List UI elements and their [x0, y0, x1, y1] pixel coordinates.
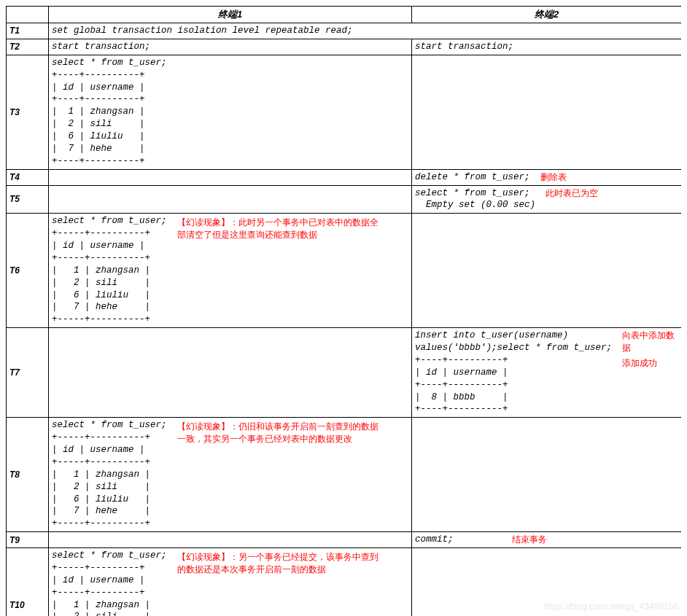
cell-t7-term1: [49, 328, 412, 418]
cell-t5-term2: select * from t_user; Empty set (0.00 se…: [412, 185, 682, 214]
cell-t4-term2: delete * from t_user; 删除表: [412, 169, 682, 185]
annotation: 【幻读现象】：另一个事务已经提交，该事务中查到的数据还是本次事务开启前一刻的数据: [177, 551, 381, 576]
annotation: 【幻读现象】：此时另一个事务中已对表中的数据全部清空了但是这里查询还能查到数据: [177, 217, 381, 241]
step-label: T10: [7, 548, 49, 617]
step-label: T8: [7, 418, 49, 532]
corner-cell: [7, 7, 49, 23]
cell-t2-term2: start transaction;: [412, 39, 682, 55]
step-label: T1: [7, 23, 49, 39]
sql-output: select * from t_user; +-----+----------+…: [52, 215, 167, 326]
cell-t9-term2: commit; 结束事务: [412, 532, 682, 548]
table-row: T2 start transaction; start transaction;: [7, 39, 682, 55]
table-row: T1 set global transaction isolation leve…: [7, 23, 682, 39]
cell-t10-term2: [412, 548, 682, 617]
annotation: 删除表: [540, 171, 678, 184]
table-row: T7 insert into t_user(username) values('…: [7, 328, 682, 418]
cell-t3-term1: select * from t_user; +----+----------+ …: [49, 55, 412, 169]
step-label: T9: [7, 532, 49, 548]
sql-output: select * from t_user; +-----+---------+ …: [52, 550, 167, 616]
cell-t6-term2: [412, 214, 682, 328]
cell-t3-term2: [412, 55, 682, 169]
sql-output: insert into t_user(username) values('bbb…: [415, 330, 612, 416]
cell-t8-term2: [412, 418, 682, 532]
sql-code: set global transaction isolation level r…: [52, 26, 353, 36]
header-term1: 终端1: [49, 7, 412, 23]
cell-t9-term1: [49, 532, 412, 548]
sql-output: select * from t_user; +----+----------+ …: [52, 57, 408, 168]
step-label: T3: [7, 55, 49, 169]
table-row: T6 select * from t_user; +-----+--------…: [7, 214, 682, 328]
annotation: 向表中添加数据: [622, 330, 678, 354]
table-row: T9 commit; 结束事务: [7, 532, 682, 548]
table-row: T8 select * from t_user; +-----+--------…: [7, 418, 682, 532]
annotation: 添加成功: [622, 357, 678, 370]
cell-t7-term2: insert into t_user(username) values('bbb…: [412, 328, 682, 418]
header-row: 终端1 终端2: [7, 7, 682, 23]
transaction-timeline-table: 终端1 终端2 T1 set global transaction isolat…: [6, 6, 681, 616]
sql-output: select * from t_user; +-----+----------+…: [52, 419, 167, 530]
cell-t2-term1: start transaction;: [49, 39, 412, 55]
sql-code: start transaction;: [415, 42, 513, 52]
cell-t4-term1: [49, 169, 412, 185]
table-row: T3 select * from t_user; +----+---------…: [7, 55, 682, 169]
sql-code: commit;: [415, 534, 454, 546]
cell-t5-term1: [49, 185, 412, 214]
annotation: 此时表已为空: [546, 187, 678, 200]
cell-t10-term1: select * from t_user; +-----+---------+ …: [49, 548, 412, 617]
cell-t8-term1: select * from t_user; +-----+----------+…: [49, 418, 412, 532]
annotation: 结束事务: [512, 534, 678, 546]
table-row: T4 delete * from t_user; 删除表: [7, 169, 682, 185]
table-row: T10 select * from t_user; +-----+-------…: [7, 548, 682, 617]
step-label: T2: [7, 39, 49, 55]
cell-t6-term1: select * from t_user; +-----+----------+…: [49, 214, 412, 328]
step-label: T6: [7, 214, 49, 328]
annotation: 【幻读现象】：仍旧和该事务开启前一刻查到的数据一致，其实另一个事务已经对表中的数…: [177, 421, 381, 445]
sql-code: select * from t_user; Empty set (0.00 se…: [415, 187, 535, 212]
cell-t1-term1: set global transaction isolation level r…: [49, 23, 682, 39]
header-term2: 终端2: [412, 7, 682, 23]
step-label: T5: [7, 185, 49, 214]
step-label: T7: [7, 328, 49, 418]
sql-code: delete * from t_user;: [415, 171, 530, 184]
table-row: T5 select * from t_user; Empty set (0.00…: [7, 185, 682, 214]
step-label: T4: [7, 169, 49, 185]
sql-code: start transaction;: [52, 42, 150, 52]
